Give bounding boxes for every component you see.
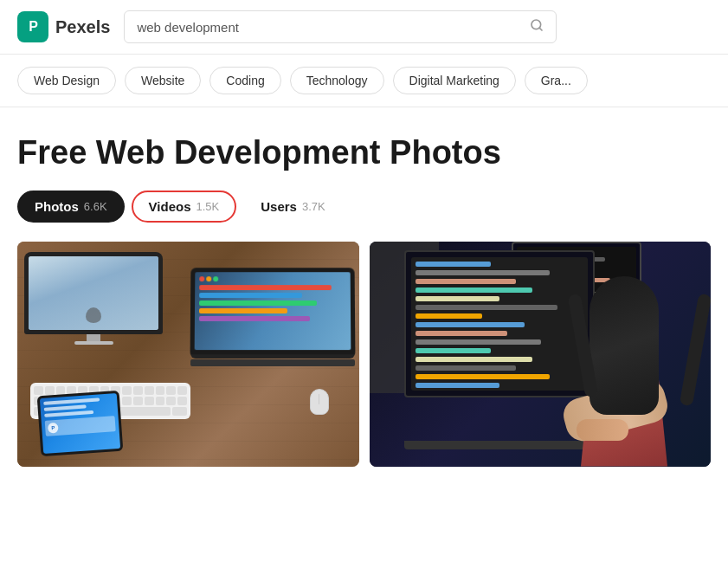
page-title: Free Web Development Photos: [17, 133, 711, 173]
tab-users[interactable]: Users 3.7K: [243, 191, 342, 223]
photo-item-desk[interactable]: P: [17, 242, 359, 467]
search-bar: [124, 10, 557, 43]
categories-bar: Web Design Website Coding Technology Dig…: [0, 55, 728, 107]
photo-grid: P: [17, 242, 711, 467]
tab-videos[interactable]: Videos 1.5K: [132, 191, 237, 223]
search-icon[interactable]: [530, 18, 544, 36]
mac-desktop-decor: [24, 252, 163, 345]
category-web-design[interactable]: Web Design: [17, 67, 116, 94]
category-gra[interactable]: Gra...: [525, 67, 588, 94]
logo-link[interactable]: P Pexels: [17, 11, 110, 42]
svg-line-1: [539, 28, 542, 30]
tab-photos-count: 6.6K: [84, 200, 107, 213]
tab-videos-count: 1.5K: [196, 200, 220, 213]
category-digital-marketing[interactable]: Digital Marketing: [393, 67, 516, 94]
logo-text: Pexels: [55, 17, 110, 37]
tab-videos-label: Videos: [149, 199, 191, 214]
header: P Pexels: [0, 0, 728, 55]
category-coding[interactable]: Coding: [209, 67, 280, 94]
search-input[interactable]: [137, 20, 523, 35]
tab-photos-label: Photos: [35, 199, 79, 214]
tab-photos[interactable]: Photos 6.6K: [17, 191, 125, 223]
logo-icon: P: [17, 11, 48, 42]
main-content: Free Web Development Photos Photos 6.6K …: [0, 107, 728, 484]
photo-item-coding[interactable]: [370, 242, 712, 467]
category-website[interactable]: Website: [125, 67, 201, 94]
category-technology[interactable]: Technology: [290, 67, 384, 94]
tab-users-label: Users: [261, 199, 297, 214]
filter-tabs: Photos 6.6K Videos 1.5K Users 3.7K: [17, 191, 711, 223]
tab-users-count: 3.7K: [302, 200, 325, 213]
